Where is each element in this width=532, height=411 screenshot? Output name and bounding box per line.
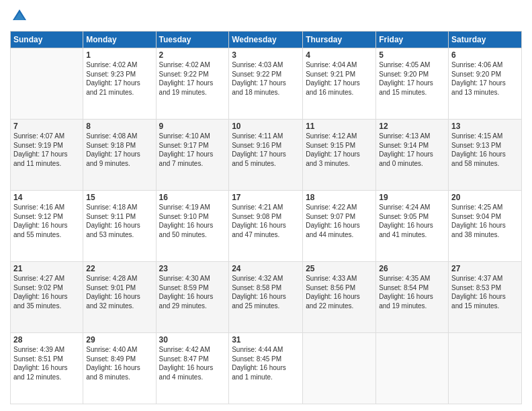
day-info: Sunrise: 4:07 AM Sunset: 9:19 PM Dayligh… (13, 132, 80, 168)
day-number: 2 (159, 50, 226, 60)
day-number: 4 (306, 50, 373, 60)
day-info: Sunrise: 4:08 AM Sunset: 9:18 PM Dayligh… (86, 132, 152, 168)
day-number: 10 (232, 122, 300, 131)
day-info: Sunrise: 4:05 AM Sunset: 9:20 PM Dayligh… (379, 60, 445, 97)
calendar-header-saturday: Saturday (449, 32, 522, 48)
day-number: 19 (379, 193, 445, 202)
day-number: 21 (13, 264, 80, 273)
day-info: Sunrise: 4:10 AM Sunset: 9:17 PM Dayligh… (159, 132, 226, 168)
calendar-cell: 31Sunrise: 4:44 AM Sunset: 8:45 PM Dayli… (229, 333, 303, 404)
day-number: 13 (451, 122, 519, 131)
calendar-header-friday: Friday (376, 32, 449, 48)
calendar-cell: 4Sunrise: 4:04 AM Sunset: 9:21 PM Daylig… (303, 48, 376, 120)
calendar-cell: 26Sunrise: 4:35 AM Sunset: 8:54 PM Dayli… (376, 262, 449, 333)
calendar: SundayMondayTuesdayWednesdayThursdayFrid… (10, 31, 522, 404)
calendar-cell: 1Sunrise: 4:02 AM Sunset: 9:23 PM Daylig… (83, 48, 156, 120)
calendar-cell: 9Sunrise: 4:10 AM Sunset: 9:17 PM Daylig… (156, 120, 229, 191)
calendar-cell: 27Sunrise: 4:37 AM Sunset: 8:53 PM Dayli… (449, 262, 522, 333)
calendar-cell: 10Sunrise: 4:11 AM Sunset: 9:16 PM Dayli… (229, 120, 303, 191)
day-info: Sunrise: 4:25 AM Sunset: 9:04 PM Dayligh… (451, 203, 519, 239)
calendar-cell (11, 48, 83, 120)
calendar-cell: 22Sunrise: 4:28 AM Sunset: 9:01 PM Dayli… (83, 262, 156, 333)
day-number: 17 (232, 193, 300, 202)
day-info: Sunrise: 4:15 AM Sunset: 9:13 PM Dayligh… (451, 132, 519, 168)
day-info: Sunrise: 4:06 AM Sunset: 9:20 PM Dayligh… (451, 60, 519, 97)
calendar-cell: 29Sunrise: 4:40 AM Sunset: 8:49 PM Dayli… (83, 333, 156, 404)
calendar-cell: 7Sunrise: 4:07 AM Sunset: 9:19 PM Daylig… (11, 120, 83, 191)
calendar-header-monday: Monday (83, 32, 156, 48)
calendar-cell: 14Sunrise: 4:16 AM Sunset: 9:12 PM Dayli… (11, 191, 83, 262)
calendar-cell: 19Sunrise: 4:24 AM Sunset: 9:05 PM Dayli… (376, 191, 449, 262)
day-number: 8 (86, 122, 152, 131)
calendar-header-wednesday: Wednesday (229, 32, 303, 48)
calendar-cell: 21Sunrise: 4:27 AM Sunset: 9:02 PM Dayli… (11, 262, 83, 333)
calendar-cell: 30Sunrise: 4:42 AM Sunset: 8:47 PM Dayli… (156, 333, 229, 404)
day-info: Sunrise: 4:42 AM Sunset: 8:47 PM Dayligh… (159, 345, 226, 381)
day-info: Sunrise: 4:13 AM Sunset: 9:14 PM Dayligh… (379, 132, 445, 168)
day-number: 12 (379, 122, 445, 131)
day-info: Sunrise: 4:39 AM Sunset: 8:51 PM Dayligh… (13, 345, 80, 381)
day-number: 14 (13, 193, 80, 202)
calendar-cell: 16Sunrise: 4:19 AM Sunset: 9:10 PM Dayli… (156, 191, 229, 262)
day-info: Sunrise: 4:30 AM Sunset: 8:59 PM Dayligh… (159, 274, 226, 310)
logo-icon (10, 7, 29, 26)
day-info: Sunrise: 4:04 AM Sunset: 9:21 PM Dayligh… (306, 60, 373, 97)
calendar-cell: 28Sunrise: 4:39 AM Sunset: 8:51 PM Dayli… (11, 333, 83, 404)
day-number: 29 (86, 335, 152, 345)
day-number: 6 (451, 50, 519, 60)
header (10, 7, 522, 26)
calendar-cell: 12Sunrise: 4:13 AM Sunset: 9:14 PM Dayli… (376, 120, 449, 191)
calendar-cell (303, 333, 376, 404)
day-info: Sunrise: 4:44 AM Sunset: 8:45 PM Dayligh… (232, 345, 300, 381)
calendar-cell: 8Sunrise: 4:08 AM Sunset: 9:18 PM Daylig… (83, 120, 156, 191)
day-info: Sunrise: 4:12 AM Sunset: 9:15 PM Dayligh… (306, 132, 373, 168)
calendar-cell: 18Sunrise: 4:22 AM Sunset: 9:07 PM Dayli… (303, 191, 376, 262)
calendar-week-row: 1Sunrise: 4:02 AM Sunset: 9:23 PM Daylig… (11, 48, 522, 120)
day-info: Sunrise: 4:37 AM Sunset: 8:53 PM Dayligh… (451, 274, 519, 310)
day-number: 26 (379, 264, 445, 273)
day-number: 15 (86, 193, 152, 202)
day-number: 24 (232, 264, 300, 273)
day-number: 23 (159, 264, 226, 273)
calendar-cell: 3Sunrise: 4:03 AM Sunset: 9:22 PM Daylig… (229, 48, 303, 120)
calendar-cell: 23Sunrise: 4:30 AM Sunset: 8:59 PM Dayli… (156, 262, 229, 333)
day-info: Sunrise: 4:27 AM Sunset: 9:02 PM Dayligh… (13, 274, 80, 310)
day-number: 1 (86, 50, 152, 60)
day-number: 9 (159, 122, 226, 131)
day-number: 7 (13, 122, 80, 131)
day-info: Sunrise: 4:11 AM Sunset: 9:16 PM Dayligh… (232, 132, 300, 168)
calendar-cell: 15Sunrise: 4:18 AM Sunset: 9:11 PM Dayli… (83, 191, 156, 262)
day-info: Sunrise: 4:24 AM Sunset: 9:05 PM Dayligh… (379, 203, 445, 239)
day-number: 27 (451, 264, 519, 273)
calendar-cell (376, 333, 449, 404)
day-number: 25 (306, 264, 373, 273)
day-info: Sunrise: 4:33 AM Sunset: 8:56 PM Dayligh… (306, 274, 373, 310)
day-number: 28 (13, 335, 80, 345)
calendar-cell: 24Sunrise: 4:32 AM Sunset: 8:58 PM Dayli… (229, 262, 303, 333)
day-info: Sunrise: 4:18 AM Sunset: 9:11 PM Dayligh… (86, 203, 152, 239)
day-info: Sunrise: 4:16 AM Sunset: 9:12 PM Dayligh… (13, 203, 80, 239)
calendar-week-row: 7Sunrise: 4:07 AM Sunset: 9:19 PM Daylig… (11, 120, 522, 191)
day-number: 31 (232, 335, 300, 345)
calendar-header-row: SundayMondayTuesdayWednesdayThursdayFrid… (11, 32, 522, 48)
day-info: Sunrise: 4:21 AM Sunset: 9:08 PM Dayligh… (232, 203, 300, 239)
day-info: Sunrise: 4:35 AM Sunset: 8:54 PM Dayligh… (379, 274, 445, 310)
day-number: 20 (451, 193, 519, 202)
calendar-header-tuesday: Tuesday (156, 32, 229, 48)
day-number: 18 (306, 193, 373, 202)
page: SundayMondayTuesdayWednesdayThursdayFrid… (0, 0, 532, 411)
calendar-week-row: 28Sunrise: 4:39 AM Sunset: 8:51 PM Dayli… (11, 333, 522, 404)
logo (10, 7, 30, 26)
calendar-cell: 2Sunrise: 4:02 AM Sunset: 9:22 PM Daylig… (156, 48, 229, 120)
day-number: 3 (232, 50, 300, 60)
calendar-cell (449, 333, 522, 404)
calendar-week-row: 14Sunrise: 4:16 AM Sunset: 9:12 PM Dayli… (11, 191, 522, 262)
day-info: Sunrise: 4:22 AM Sunset: 9:07 PM Dayligh… (306, 203, 373, 239)
calendar-cell: 11Sunrise: 4:12 AM Sunset: 9:15 PM Dayli… (303, 120, 376, 191)
calendar-cell: 17Sunrise: 4:21 AM Sunset: 9:08 PM Dayli… (229, 191, 303, 262)
calendar-cell: 6Sunrise: 4:06 AM Sunset: 9:20 PM Daylig… (449, 48, 522, 120)
day-info: Sunrise: 4:02 AM Sunset: 9:23 PM Dayligh… (86, 60, 152, 97)
calendar-cell: 25Sunrise: 4:33 AM Sunset: 8:56 PM Dayli… (303, 262, 376, 333)
day-info: Sunrise: 4:32 AM Sunset: 8:58 PM Dayligh… (232, 274, 300, 310)
calendar-cell: 5Sunrise: 4:05 AM Sunset: 9:20 PM Daylig… (376, 48, 449, 120)
